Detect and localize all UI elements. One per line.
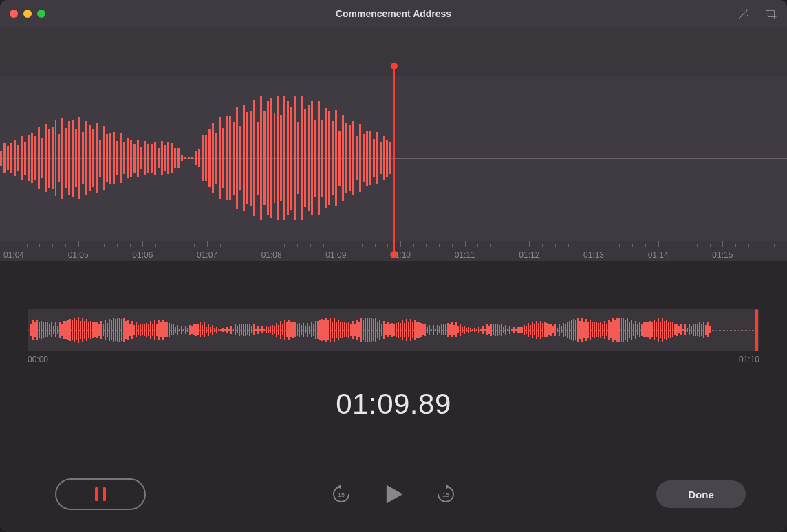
ruler-label: 01:08	[261, 250, 282, 260]
crop-icon[interactable]	[765, 8, 777, 20]
record-pause-button[interactable]	[55, 478, 146, 510]
ruler-label: 01:10	[390, 250, 411, 260]
ruler-label: 01:09	[325, 250, 346, 260]
svg-rect-1	[103, 487, 106, 501]
skip-back-15-button[interactable]: 15	[331, 484, 352, 505]
svg-rect-0	[95, 487, 98, 501]
waveform-overview[interactable]	[28, 309, 759, 351]
window-traffic-lights	[10, 10, 45, 18]
play-button[interactable]	[382, 483, 405, 506]
ruler-label: 01:13	[583, 250, 604, 260]
svg-text:15: 15	[338, 491, 345, 498]
waveform-detail-area[interactable]: 01:0401:0501:0601:0701:0801:0901:1001:11…	[0, 27, 787, 261]
ruler-label: 01:12	[519, 250, 539, 260]
minimize-icon[interactable]	[23, 10, 32, 18]
done-button[interactable]: Done	[656, 480, 746, 508]
window-title: Commencement Address	[0, 8, 787, 19]
titlebar: Commencement Address	[0, 0, 787, 27]
voice-memos-editor-window: Commencement Address 01:0401:05	[0, 0, 787, 532]
skip-forward-15-button[interactable]: 15	[435, 484, 456, 505]
elapsed-time-display: 01:09.89	[0, 388, 787, 421]
overview-end-time: 01:10	[739, 355, 759, 364]
svg-marker-3	[387, 485, 403, 503]
transport-controls: 15 15 Done	[0, 478, 787, 510]
overview-playhead[interactable]	[755, 309, 758, 351]
ruler-label: 01:14	[648, 250, 669, 260]
ruler-label: 01:15	[712, 250, 733, 260]
overview-start-time: 00:00	[28, 355, 48, 364]
ruler-label: 01:05	[68, 250, 89, 260]
zoom-icon[interactable]	[37, 10, 45, 18]
ruler-label: 01:06	[132, 250, 153, 260]
close-icon[interactable]	[10, 10, 18, 18]
playhead[interactable]	[394, 66, 395, 254]
svg-text:15: 15	[442, 491, 449, 498]
ruler-label: 01:04	[3, 250, 24, 260]
time-ruler: 01:0401:0501:0601:0701:0801:0901:1001:11…	[0, 241, 787, 261]
ruler-label: 01:07	[197, 250, 217, 260]
ruler-label: 01:11	[455, 250, 475, 260]
auto-enhance-icon[interactable]	[737, 8, 750, 20]
